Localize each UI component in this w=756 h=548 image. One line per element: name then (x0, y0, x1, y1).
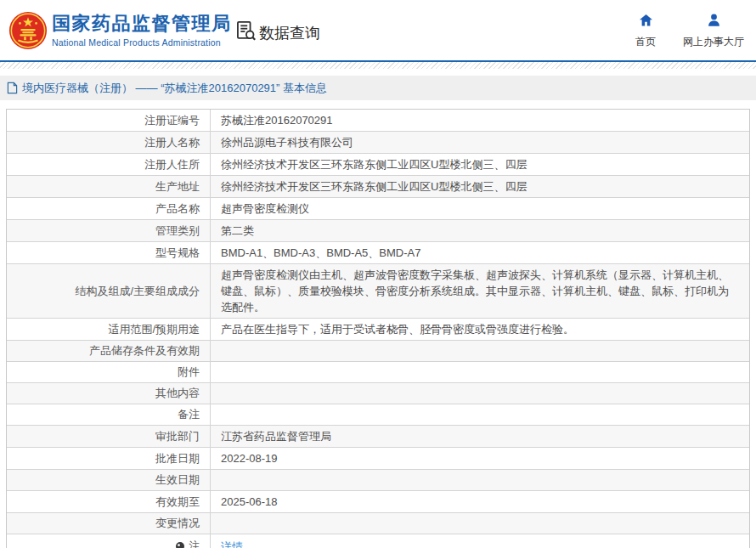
field-label: 备注 (7, 404, 211, 425)
field-value: 详情 (211, 534, 749, 548)
table-row: 产品储存条件及有效期 (7, 341, 749, 362)
table-row: 结构及组成/主要组成成分 超声骨密度检测仪由主机、超声波骨密度数字采集板、超声波… (7, 264, 749, 319)
site-title-cn: 国家药品监督管理局 (52, 13, 232, 35)
field-label: 型号规格 (7, 242, 211, 263)
table-row: 注册人住所 徐州经济技术开发区三环东路东侧工业四区U型楼北侧三、四层 (7, 154, 749, 176)
bulb-icon (176, 542, 185, 548)
table-row: 生效日期 (7, 470, 749, 491)
field-label: 注 (7, 534, 211, 548)
nav-label-service-hall: 网上办事大厅 (683, 35, 744, 49)
field-label: 注册人名称 (7, 132, 211, 153)
field-label: 产品名称 (7, 198, 211, 219)
field-value: 徐州品源电子科技有限公司 (211, 132, 749, 153)
field-value: 徐州经济技术开发区三环东路东侧工业四区U型楼北侧三、四层 (211, 154, 749, 175)
table-row: 适用范围/预期用途 产品在医生指导下，适用于受试者桡骨、胫骨骨密度或骨强度进行检… (7, 319, 749, 341)
hatched-divider (0, 62, 756, 69)
home-icon (638, 13, 654, 31)
nav-item-home[interactable]: 首页 (635, 13, 656, 49)
table-row: 变更情况 (7, 513, 749, 534)
document-icon (7, 82, 18, 94)
user-icon (706, 13, 722, 31)
field-label: 有效期至 (7, 491, 211, 512)
field-value (211, 513, 749, 534)
info-table: 注册证编号 苏械注准20162070291 注册人名称 徐州品源电子科技有限公司… (6, 109, 750, 548)
site-title-en: National Medical Products Administration (52, 37, 232, 48)
data-query-label: 数据查询 (259, 23, 320, 43)
breadcrumb: 境内医疗器械（注册） —— “苏械注准20162070291” 基本信息 (0, 76, 756, 100)
field-label: 生效日期 (7, 470, 211, 490)
field-label: 注册人住所 (7, 154, 211, 175)
doc-search-icon (234, 20, 257, 46)
field-label: 其他内容 (7, 383, 211, 404)
field-value: 徐州经济技术开发区三环东路东侧工业四区U型楼北侧三、四层 (211, 176, 749, 197)
nav-label-home: 首页 (635, 35, 656, 49)
field-value: 第二类 (211, 220, 749, 241)
field-value (211, 470, 749, 490)
field-value (211, 404, 749, 425)
table-row: 批准日期 2022-08-19 (7, 448, 749, 470)
field-label: 生产地址 (7, 176, 211, 197)
table-row: 注 详情 (7, 534, 749, 548)
data-query-nav[interactable]: 数据查询 (234, 20, 320, 46)
field-value: 产品在医生指导下，适用于受试者桡骨、胫骨骨密度或骨强度进行检验。 (211, 319, 749, 340)
field-value: 苏械注准20162070291 (211, 110, 749, 131)
table-row: 附件 (7, 362, 749, 383)
site-title: 国家药品监督管理局 National Medical Products Admi… (52, 13, 232, 48)
field-label: 管理类别 (7, 220, 211, 241)
table-row: 备注 (7, 404, 749, 426)
field-value: 2022-08-19 (211, 448, 749, 469)
field-label: 审批部门 (7, 426, 211, 447)
top-nav: 首页 网上办事大厅 (635, 13, 744, 49)
field-label: 注册证编号 (7, 110, 211, 131)
field-value: 2025-06-18 (211, 491, 749, 512)
field-value (211, 383, 749, 404)
table-row: 其他内容 (7, 383, 749, 404)
field-label: 产品储存条件及有效期 (7, 341, 211, 361)
table-row: 管理类别 第二类 (7, 220, 749, 242)
table-row: 型号规格 BMD-A1、BMD-A3、BMD-A5、BMD-A7 (7, 242, 749, 264)
field-label: 变更情况 (7, 513, 211, 534)
field-label: 附件 (7, 362, 211, 382)
table-row: 审批部门 江苏省药品监督管理局 (7, 426, 749, 448)
table-row: 产品名称 超声骨密度检测仪 (7, 198, 749, 220)
table-row: 注册人名称 徐州品源电子科技有限公司 (7, 132, 749, 154)
table-row: 有效期至 2025-06-18 (7, 491, 749, 513)
field-value: 超声骨密度检测仪 (211, 198, 749, 219)
breadcrumb-text: 境内医疗器械（注册） —— “苏械注准20162070291” 基本信息 (22, 81, 327, 96)
nav-item-service-hall[interactable]: 网上办事大厅 (683, 13, 744, 49)
field-label: 结构及组成/主要组成成分 (7, 264, 211, 318)
field-label: 适用范围/预期用途 (7, 319, 211, 340)
details-link[interactable]: 详情 (221, 539, 243, 548)
table-row: 注册证编号 苏械注准20162070291 (7, 110, 749, 132)
national-emblem-logo (8, 11, 48, 50)
table-row: 生产地址 徐州经济技术开发区三环东路东侧工业四区U型楼北侧三、四层 (7, 176, 749, 198)
field-value (211, 341, 749, 361)
field-label: 批准日期 (7, 448, 211, 469)
header: 国家药品监督管理局 National Medical Products Admi… (0, 0, 756, 62)
field-value (211, 362, 749, 382)
field-value: 超声骨密度检测仪由主机、超声波骨密度数字采集板、超声波探头、计算机系统（显示器、… (211, 264, 749, 318)
field-value: 江苏省药品监督管理局 (211, 426, 749, 447)
field-value: BMD-A1、BMD-A3、BMD-A5、BMD-A7 (211, 242, 749, 263)
